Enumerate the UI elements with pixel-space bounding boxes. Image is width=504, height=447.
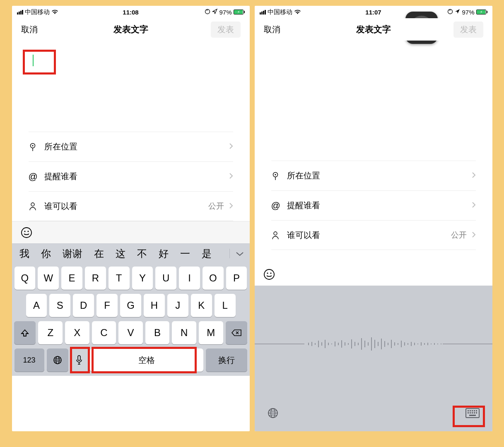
- backspace-key[interactable]: [226, 321, 247, 344]
- rotation-lock-icon: [447, 9, 453, 16]
- chevron-right-icon: [472, 201, 476, 210]
- candidate-separator: [229, 249, 230, 258]
- cancel-button[interactable]: 取消: [21, 24, 38, 35]
- key-z[interactable]: Z: [38, 321, 63, 344]
- battery-pct-label: 97%: [462, 9, 474, 16]
- key-o[interactable]: O: [203, 267, 224, 290]
- expand-candidates-button[interactable]: [232, 248, 248, 260]
- mention-label: 提醒谁看: [287, 200, 472, 211]
- svg-point-4: [22, 228, 31, 238]
- key-p[interactable]: P: [226, 267, 247, 290]
- globe-key[interactable]: [267, 407, 279, 421]
- visibility-value: 公开: [451, 230, 467, 240]
- voice-waveform: [255, 286, 492, 402]
- return-key[interactable]: 换行: [206, 348, 247, 372]
- mention-row[interactable]: @ 提醒谁看: [29, 161, 233, 191]
- globe-key[interactable]: [47, 348, 68, 372]
- page-title: 发表文字: [113, 24, 148, 35]
- signal-icon: [260, 10, 266, 14]
- emoji-icon[interactable]: [20, 226, 33, 239]
- key-v[interactable]: V: [118, 321, 143, 344]
- key-a[interactable]: A: [26, 294, 47, 317]
- battery-icon: ⚡︎: [476, 10, 487, 14]
- ime-candidate[interactable]: 我: [14, 245, 34, 262]
- key-b[interactable]: B: [145, 321, 170, 344]
- battery-pct-label: 97%: [219, 9, 232, 16]
- key-y[interactable]: Y: [132, 267, 153, 290]
- highlight-keyboard-toggle: [453, 406, 485, 427]
- visibility-row[interactable]: 谁可以看 公开: [271, 220, 476, 250]
- shift-key[interactable]: [14, 321, 36, 344]
- key-t[interactable]: T: [109, 267, 130, 290]
- ime-candidate[interactable]: 在: [89, 245, 109, 262]
- rotation-lock-icon: [205, 9, 210, 16]
- cancel-button[interactable]: 取消: [264, 24, 280, 35]
- chevron-right-icon: [229, 172, 233, 181]
- ime-candidate[interactable]: 好: [154, 245, 174, 262]
- visibility-row[interactable]: 谁可以看 公开: [29, 191, 233, 221]
- person-icon: [271, 231, 287, 240]
- location-row[interactable]: 所在位置: [29, 132, 233, 161]
- visibility-value: 公开: [208, 201, 224, 211]
- key-k[interactable]: K: [191, 294, 212, 317]
- svg-rect-10: [78, 356, 80, 360]
- space-key[interactable]: 空格: [90, 348, 203, 372]
- emoji-icon[interactable]: [263, 268, 275, 281]
- battery-icon: ⚡︎: [234, 10, 245, 14]
- carrier-label: 中国移动: [25, 8, 50, 16]
- phone-left: 中国移动 11:08 97% ⚡︎ 取消 发表文字: [12, 6, 250, 431]
- publish-button[interactable]: 发表: [453, 22, 483, 38]
- chevron-right-icon: [472, 171, 476, 180]
- location-label: 所在位置: [44, 141, 229, 152]
- key-x[interactable]: X: [65, 321, 89, 344]
- key-q[interactable]: Q: [14, 267, 36, 290]
- key-j[interactable]: J: [167, 294, 188, 317]
- chevron-right-icon: [229, 202, 233, 211]
- key-c[interactable]: C: [92, 321, 116, 344]
- location-icon: [455, 9, 460, 15]
- key-u[interactable]: U: [155, 267, 176, 290]
- key-f[interactable]: F: [96, 294, 118, 317]
- visibility-label: 谁可以看: [44, 201, 208, 212]
- phone-right: 中国移动 11:07 97% ⚡︎: [255, 6, 492, 431]
- key-s[interactable]: S: [49, 294, 70, 317]
- key-g[interactable]: G: [120, 294, 141, 317]
- dictation-panel: [255, 286, 492, 431]
- dictation-key[interactable]: [71, 348, 87, 372]
- location-row[interactable]: 所在位置: [271, 161, 476, 190]
- text-cursor: [33, 55, 34, 66]
- at-icon: @: [29, 171, 44, 182]
- location-pin-icon: [271, 171, 287, 181]
- key-i[interactable]: I: [179, 267, 200, 290]
- key-d[interactable]: D: [73, 294, 94, 317]
- mention-row[interactable]: @ 提醒谁看: [271, 190, 476, 220]
- key-m[interactable]: M: [199, 321, 223, 344]
- location-icon: [212, 9, 217, 15]
- mention-label: 提醒谁看: [44, 171, 229, 182]
- key-r[interactable]: R: [85, 267, 106, 290]
- key-n[interactable]: N: [172, 321, 196, 344]
- ime-candidate[interactable]: 一: [175, 245, 195, 262]
- carrier-label: 中国移动: [268, 8, 292, 16]
- at-icon: @: [271, 200, 287, 211]
- emoji-toolbar: [12, 221, 250, 243]
- chevron-right-icon: [472, 231, 476, 240]
- signal-icon: [17, 10, 23, 14]
- ime-candidate[interactable]: 这: [111, 245, 130, 262]
- page-title: 发表文字: [356, 24, 391, 35]
- ime-candidate[interactable]: 谢谢: [58, 245, 87, 262]
- numeric-key[interactable]: 123: [14, 348, 44, 372]
- key-h[interactable]: H: [144, 294, 165, 317]
- ime-candidate[interactable]: 是: [197, 245, 217, 262]
- key-w[interactable]: W: [38, 267, 59, 290]
- post-text-input[interactable]: [12, 41, 250, 132]
- ime-candidate[interactable]: 你: [36, 245, 56, 262]
- key-e[interactable]: E: [61, 267, 82, 290]
- publish-button[interactable]: 发表: [211, 22, 241, 38]
- nav-bar: 取消 发表文字 发表: [255, 18, 492, 41]
- key-l[interactable]: L: [215, 294, 236, 317]
- ime-candidate[interactable]: 不: [132, 245, 152, 262]
- person-icon: [29, 202, 44, 211]
- svg-point-16: [267, 272, 268, 274]
- post-text-input[interactable]: [255, 41, 492, 161]
